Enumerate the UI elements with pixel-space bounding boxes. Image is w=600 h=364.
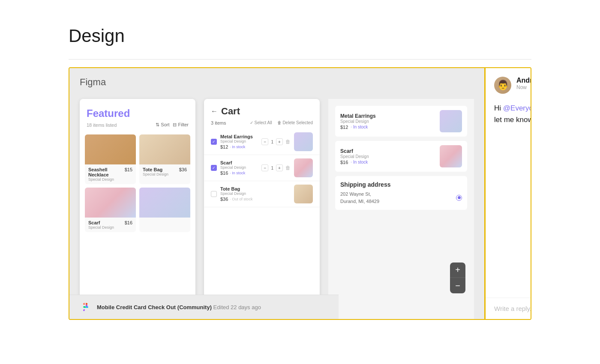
delete-selected-btn[interactable]: 🗑 Delete Selected bbox=[277, 120, 313, 125]
delete-icon[interactable]: 🗑 bbox=[285, 165, 291, 171]
avatar-face: 👨 bbox=[497, 80, 509, 91]
shipping-radio-inner bbox=[458, 196, 461, 199]
bottom-bar-text: Mobile Credit Card Check Out (Community)… bbox=[97, 304, 261, 310]
cart-item-info: Scarf Special Design $16 · In stock bbox=[220, 160, 258, 176]
product-price: $15 bbox=[125, 167, 132, 172]
zoom-in-btn[interactable]: + bbox=[450, 263, 465, 278]
cart-actions: ✓ Select All 🗑 Delete Selected bbox=[250, 120, 313, 125]
cart-item-sub: Special Design bbox=[220, 191, 291, 196]
main-card: Figma Featured 18 items listed ⇅ Sort ⊟ … bbox=[69, 67, 531, 320]
figma-frames-row: Featured 18 items listed ⇅ Sort ⊟ Filter bbox=[69, 95, 484, 319]
peek-item-sub: Special Design bbox=[340, 154, 435, 159]
product-info: SeashellNecklace $15 Special Design bbox=[85, 164, 136, 184]
cart-item-price-row: $36 · Out of stock bbox=[220, 197, 291, 202]
cart-checkbox-3[interactable] bbox=[211, 191, 217, 197]
cart-item-price-row: $16 · In stock bbox=[220, 170, 258, 176]
comment-reply-area: Write a reply... REPLY bbox=[486, 298, 531, 319]
select-all-btn[interactable]: ✓ Select All bbox=[250, 120, 272, 125]
file-name: Mobile Credit Card Check Out (Community) bbox=[97, 304, 212, 310]
cart-qty-control: − 1 + 🗑 bbox=[261, 164, 291, 171]
featured-frame: Featured 18 items listed ⇅ Sort ⊟ Filter bbox=[80, 99, 195, 319]
cart-item-price-row: $12 · In stock bbox=[220, 144, 258, 149]
peek-price: $16 bbox=[340, 160, 348, 165]
zoom-out-btn[interactable]: − bbox=[450, 278, 465, 293]
peek-item-image bbox=[440, 110, 462, 132]
cart-item-sub: Special Design bbox=[220, 139, 258, 143]
product-info bbox=[139, 218, 190, 223]
mention-tag: @Everyone bbox=[503, 104, 531, 112]
peek-price-row: $12 · In stock bbox=[340, 125, 435, 130]
list-item: ✓ Metal Earrings Special Design $12 · In… bbox=[204, 129, 320, 155]
shipping-title: Shipping address bbox=[340, 181, 462, 188]
cart-title: Cart bbox=[221, 106, 240, 117]
reply-placeholder[interactable]: Write a reply... bbox=[494, 305, 531, 312]
peek-price-row: $16 · In stock bbox=[340, 160, 435, 165]
peek-price: $12 bbox=[340, 125, 348, 130]
divider bbox=[69, 59, 531, 60]
cart-item-sub: Special Design bbox=[220, 165, 258, 170]
shipping-row: 202 Wayne St, Durand, MI, 48429 bbox=[340, 191, 462, 205]
comment-header: 👨 Andrew Now RESOLVE ⋮ bbox=[486, 68, 531, 99]
cart-item-image bbox=[294, 132, 313, 151]
peek-item-image bbox=[440, 145, 462, 167]
cart-qty-control: − 1 + 🗑 bbox=[261, 138, 291, 145]
product-image bbox=[139, 188, 190, 218]
product-sub: Special Design bbox=[143, 172, 187, 176]
sort-icon[interactable]: ⇅ Sort bbox=[156, 122, 169, 128]
peek-item-name: Scarf bbox=[340, 148, 435, 154]
peek-item-info: Scarf Special Design $16 · In stock bbox=[340, 148, 435, 165]
cart-item-image bbox=[294, 158, 313, 177]
product-image bbox=[85, 134, 136, 164]
product-image bbox=[139, 134, 190, 164]
product-name-price: SeashellNecklace $15 bbox=[88, 167, 132, 177]
list-item bbox=[139, 188, 190, 232]
product-price: $16 bbox=[125, 220, 132, 225]
page-container: Design Figma Featured 18 items listed ⇅ … bbox=[0, 0, 600, 346]
peek-stock: · In stock bbox=[351, 160, 368, 164]
peek-item-info: Metal Earrings Special Design $12 · In s… bbox=[340, 113, 435, 130]
comment-body: Hi @Everyone! Here's the prototype, let … bbox=[486, 99, 531, 134]
shipping-box: Shipping address 202 Wayne St, Durand, M… bbox=[335, 176, 467, 210]
product-info: Scarf $16 Special Design bbox=[85, 218, 136, 232]
featured-subtitle: 18 items listed ⇅ Sort ⊟ Filter bbox=[87, 122, 189, 128]
back-arrow-icon[interactable]: ← bbox=[211, 107, 218, 115]
edited-time: Edited 22 days ago bbox=[213, 304, 261, 310]
cart-frame: ← Cart 3 items ✓ Select All 🗑 Delete Sel… bbox=[204, 99, 320, 319]
cart-checkbox-2[interactable]: ✓ bbox=[211, 165, 217, 171]
bottom-bar: Mobile Credit Card Check Out (Community)… bbox=[69, 295, 339, 319]
list-item: Tote Bag Special Design $36 · Out of sto… bbox=[204, 181, 320, 207]
list-item: SeashellNecklace $15 Special Design bbox=[85, 134, 136, 184]
featured-header: Featured 18 items listed ⇅ Sort ⊟ Filter bbox=[80, 99, 195, 131]
product-name: Tote Bag bbox=[143, 167, 162, 172]
product-name-price: Scarf $16 bbox=[88, 220, 132, 225]
delete-icon[interactable]: 🗑 bbox=[285, 139, 291, 145]
list-item: Scarf $16 Special Design bbox=[85, 188, 136, 232]
qty-decrease-btn[interactable]: − bbox=[261, 138, 268, 145]
qty-value: 1 bbox=[271, 140, 273, 144]
cart-item-price: $36 bbox=[220, 197, 228, 202]
zoom-controls: + − bbox=[450, 263, 465, 293]
cart-header: ← Cart bbox=[204, 99, 320, 120]
peek-item-sub: Special Design bbox=[340, 119, 435, 124]
qty-increase-btn[interactable]: + bbox=[276, 164, 283, 171]
item-count: 18 items listed bbox=[87, 122, 117, 128]
avatar: 👨 bbox=[494, 77, 511, 94]
featured-title: Featured bbox=[87, 107, 189, 119]
right-content: Metal Earrings Special Design $12 · In s… bbox=[328, 99, 474, 221]
list-item: ✓ Scarf Special Design $16 · In stock − … bbox=[204, 155, 320, 181]
cart-checkbox-1[interactable]: ✓ bbox=[211, 139, 217, 145]
qty-increase-btn[interactable]: + bbox=[276, 138, 283, 145]
cart-item-info: Metal Earrings Special Design $12 · In s… bbox=[220, 134, 258, 149]
qty-decrease-btn[interactable]: − bbox=[261, 164, 268, 171]
figma-label: Figma bbox=[69, 68, 484, 95]
cart-item-name: Scarf bbox=[220, 160, 258, 165]
product-sub: Special Design bbox=[88, 225, 132, 230]
cart-meta: 3 items ✓ Select All 🗑 Delete Selected bbox=[204, 120, 320, 129]
right-peek-panel: Metal Earrings Special Design $12 · In s… bbox=[328, 99, 474, 319]
filter-icon[interactable]: ⊟ Filter bbox=[173, 122, 189, 128]
product-name: SeashellNecklace bbox=[88, 167, 109, 177]
cart-item-info: Tote Bag Special Design $36 · Out of sto… bbox=[220, 186, 291, 202]
filter-row: ⇅ Sort ⊟ Filter bbox=[156, 122, 189, 128]
product-name: Scarf bbox=[88, 220, 100, 225]
shipping-radio[interactable] bbox=[456, 195, 462, 201]
